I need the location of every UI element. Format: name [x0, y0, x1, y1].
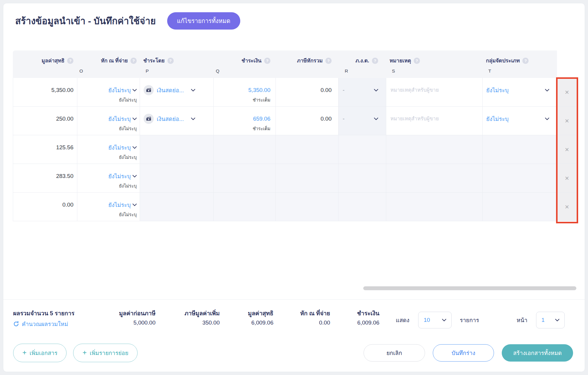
withholding-dropdown[interactable]: ยังไม่ระบุ [108, 172, 137, 181]
summary-pre-tax-value: 5,000.00 [100, 319, 156, 326]
edit-all-button[interactable]: แก้ไขรายการทั้งหมด [167, 12, 240, 30]
tax-total-cell[interactable]: 0.00 [275, 78, 338, 107]
column-header-delete [557, 50, 577, 78]
remove-row-cell: × [557, 78, 577, 107]
chevron-down-icon [133, 146, 137, 149]
add-document-button[interactable]: + เพิ่มเอกสาร [13, 344, 67, 362]
save-draft-button[interactable]: บันทึกร่าง [433, 344, 494, 362]
withholding-cell: ยังไม่ระบุ ยังไม่ระบุ [77, 78, 140, 107]
remove-row-cell: × [557, 107, 577, 135]
paid-by-cell-empty [140, 193, 213, 221]
help-icon[interactable]: ? [167, 58, 174, 64]
withholding-dropdown[interactable]: ยังไม่ระบุ [108, 200, 137, 209]
summary-payment-block: ชำระเงิน 6,009.06 [330, 309, 379, 326]
recalculate-link[interactable]: คำนวณผลรวมใหม่ [13, 319, 68, 328]
tax-total-cell-empty [275, 164, 338, 193]
cancel-button[interactable]: ยกเลิก [364, 344, 425, 362]
note-input[interactable] [386, 107, 482, 135]
column-header-net-value: มูลค่าสุทธิ? [13, 50, 77, 78]
chevron-down-icon [133, 118, 137, 120]
help-icon[interactable]: ? [67, 58, 73, 64]
paid-by-cell: เงินสดย่อ... [140, 107, 213, 135]
summary-vat-block: ภาษีมูลค่าเพิ่ม 350.00 [156, 309, 220, 326]
tax-total-cell-empty [275, 193, 338, 221]
tax-total-cell[interactable]: 0.00 [275, 107, 338, 135]
note-cell-empty [386, 193, 482, 221]
plus-icon: + [22, 349, 27, 356]
pnd-dropdown[interactable]: - [338, 107, 386, 135]
help-icon[interactable]: ? [325, 58, 332, 64]
group-dropdown[interactable]: ยังไม่ระบุ [482, 78, 557, 107]
page-size-select[interactable]: 10 [418, 312, 452, 328]
column-header-withholding: หัก ณ ที่จ่าย? O [77, 50, 140, 78]
plus-icon: + [82, 349, 87, 356]
withholding-dropdown[interactable]: ยังไม่ระบุ [108, 143, 137, 152]
column-header-payment: ชำระเงิน? Q [213, 50, 275, 78]
table-row: 5,350.00 ยังไม่ระบุ ยังไม่ระบุ เงินสดย่อ… [13, 78, 580, 107]
summary-count-block: ผลรวมจำนวน 5 รายการ คำนวณผลรวมใหม่ [13, 309, 100, 328]
table-row: 0.00 ยังไม่ระบุ ยังไม่ระบุ × [13, 193, 580, 221]
chevron-down-icon [374, 89, 378, 91]
remove-row-button[interactable]: × [557, 78, 577, 106]
payment-amount-link[interactable]: 5,350.00 [248, 87, 270, 93]
withholding-cell: ยังไม่ระบุ ยังไม่ระบุ [77, 107, 140, 135]
chevron-down-icon [545, 118, 549, 120]
net-value-cell[interactable]: 283.50 [13, 164, 77, 193]
group-dropdown[interactable]: ยังไม่ระบุ [482, 107, 557, 135]
help-icon[interactable]: ? [522, 58, 529, 64]
net-value-cell[interactable]: 0.00 [13, 193, 77, 221]
page-header: สร้างข้อมูลนำเข้า - บันทึกค่าใช้จ่าย แก้… [15, 12, 573, 30]
chevron-down-icon[interactable] [191, 118, 195, 120]
chevron-down-icon [442, 319, 446, 321]
group-cell-empty [482, 164, 557, 193]
column-header-tax-total: ภาษีหักรวม? [275, 50, 338, 78]
withholding-dropdown[interactable]: ยังไม่ระบุ [108, 86, 137, 95]
net-value-cell[interactable]: 5,350.00 [13, 78, 77, 107]
remove-row-button[interactable]: × [557, 107, 577, 135]
cash-icon [144, 85, 154, 95]
expense-table: มูลค่าสุทธิ? หัก ณ ที่จ่าย? O ชำระโดย? P… [13, 50, 580, 221]
help-icon[interactable]: ? [264, 58, 270, 64]
chevron-down-icon [374, 118, 378, 120]
summary-pre-tax-block: มูลค่าก่อนภาษี 5,000.00 [100, 309, 156, 326]
remove-row-cell: × [557, 164, 577, 193]
withholding-cell: ยังไม่ระบุ ยังไม่ระบุ [77, 193, 140, 221]
create-all-documents-button[interactable]: สร้างเอกสารทั้งหมด [502, 344, 573, 362]
items-label: รายการ [460, 316, 479, 325]
page-number-select[interactable]: 1 [536, 312, 565, 328]
chevron-down-icon [133, 175, 137, 177]
withholding-cell: ยังไม่ระบุ ยังไม่ระบุ [77, 135, 140, 164]
help-icon[interactable]: ? [130, 58, 137, 64]
paid-by-link[interactable]: เงินสดย่อ... [157, 114, 184, 123]
help-icon[interactable]: ? [372, 58, 378, 64]
help-icon[interactable]: ? [414, 58, 420, 64]
summary-payment-value: 6,009.06 [330, 319, 379, 326]
add-sub-item-button[interactable]: + เพิ่มรายการย่อย [73, 344, 138, 362]
paid-by-cell: เงินสดย่อ... [140, 78, 213, 107]
remove-row-button[interactable]: × [557, 164, 577, 192]
withholding-dropdown[interactable]: ยังไม่ระบุ [108, 114, 137, 123]
remove-row-cell: × [557, 193, 577, 221]
refresh-icon [13, 321, 19, 327]
net-value-cell[interactable]: 125.56 [13, 135, 77, 164]
group-cell-empty [482, 135, 557, 164]
remove-row-button[interactable]: × [557, 193, 577, 221]
payment-amount-link[interactable]: 659.06 [253, 116, 270, 122]
payment-cell: 5,350.00 ชำระเต็ม [213, 78, 275, 107]
note-cell-empty [386, 135, 482, 164]
column-header-note: หมายเหตุ? S [386, 50, 482, 78]
column-header-paid-by: ชำระโดย? P [140, 50, 213, 78]
column-header-group: กลุ่มจัดประเภท? T [482, 50, 557, 78]
pnd-dropdown[interactable]: - [338, 78, 386, 107]
summary-bar: ผลรวมจำนวน 5 รายการ คำนวณผลรวมใหม่ มูลค่… [3, 299, 585, 328]
withholding-cell: ยังไม่ระบุ ยังไม่ระบุ [77, 164, 140, 193]
paid-by-cell-empty [140, 135, 213, 164]
remove-row-button[interactable]: × [557, 135, 577, 164]
paid-by-link[interactable]: เงินสดย่อ... [157, 86, 184, 95]
chevron-down-icon[interactable] [191, 89, 195, 91]
net-value-cell[interactable]: 250.00 [13, 107, 77, 135]
remove-row-cell: × [557, 135, 577, 164]
note-input[interactable] [386, 78, 482, 106]
tax-total-cell-empty [275, 135, 338, 164]
horizontal-scrollbar[interactable] [363, 286, 576, 290]
